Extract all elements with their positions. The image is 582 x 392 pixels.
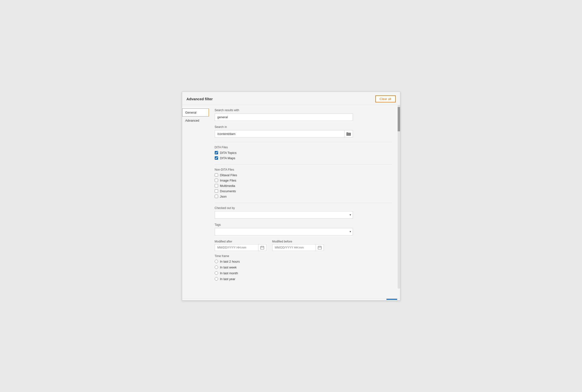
modified-after-field: Modified after	[215, 240, 266, 251]
checked-out-by-section: Checked out by ▾	[215, 206, 392, 219]
non-dita-files-section: Non-DITA Files Ditaval Files Image Files…	[215, 168, 392, 198]
documents-row: Documents	[215, 189, 392, 193]
modified-before-input-row	[272, 244, 324, 251]
dita-maps-label[interactable]: DITA Maps	[220, 156, 235, 160]
folder-browse-button[interactable]	[345, 130, 353, 138]
checked-out-by-label: Checked out by	[215, 206, 392, 210]
time-frame-week-row: In last week	[215, 266, 392, 269]
search-results-input[interactable]	[215, 113, 353, 121]
non-dita-files-label: Non-DITA Files	[215, 168, 392, 171]
ditaval-checkbox[interactable]	[215, 173, 218, 177]
time-frame-month-label[interactable]: In last month	[220, 271, 238, 275]
checked-out-by-wrapper: ▾	[215, 211, 353, 219]
date-range-row: Modified after	[215, 240, 392, 251]
modified-before-input[interactable]	[272, 244, 316, 251]
svg-rect-3	[347, 133, 351, 136]
sidebar-item-advanced[interactable]: Advanced	[182, 116, 209, 124]
dialog-title: Advanced filter	[187, 97, 213, 101]
bottom-bar	[182, 298, 400, 300]
time-frame-week-radio[interactable]	[215, 266, 218, 269]
dita-files-section: DITA Files DITA Topics DITA Maps	[215, 146, 392, 160]
time-frame-2hours-label[interactable]: In last 2 hours	[220, 260, 240, 263]
tags-label: Tags	[215, 223, 392, 226]
documents-label[interactable]: Documents	[220, 189, 236, 193]
checked-out-by-select[interactable]	[215, 211, 353, 219]
dita-files-label: DITA Files	[215, 146, 392, 149]
json-checkbox[interactable]	[215, 195, 218, 198]
time-frame-2hours-row: In last 2 hours	[215, 260, 392, 263]
modified-before-calendar-button[interactable]	[316, 244, 324, 251]
search-in-section: Search in	[215, 125, 392, 138]
svg-rect-8	[318, 246, 321, 249]
modified-after-input[interactable]	[215, 244, 258, 251]
folder-icon	[346, 132, 351, 136]
dita-topics-checkbox[interactable]	[215, 151, 218, 154]
time-frame-year-label[interactable]: In last year	[220, 277, 236, 281]
documents-checkbox[interactable]	[215, 189, 218, 193]
content-area: Search results with Search in	[209, 105, 400, 288]
multimedia-row: Multimedia	[215, 184, 392, 188]
modified-after-calendar-button[interactable]	[258, 244, 266, 251]
advanced-filter-dialog: Advanced filter Clear all General Advanc…	[182, 92, 400, 300]
image-files-checkbox[interactable]	[215, 179, 218, 182]
time-frame-year-radio[interactable]	[215, 277, 218, 280]
json-row: Json	[215, 195, 392, 198]
image-files-row: Image Files	[215, 179, 392, 182]
ditaval-label[interactable]: Ditaval Files	[220, 173, 237, 177]
tags-wrapper: ▾	[215, 228, 353, 236]
tags-section: Tags ▾	[215, 223, 392, 236]
dita-maps-row: DITA Maps	[215, 156, 392, 160]
multimedia-checkbox[interactable]	[215, 184, 218, 188]
time-frame-label: Time frame	[215, 254, 392, 258]
dialog-body: General Advanced Search results with Sea…	[182, 105, 400, 288]
dita-topics-row: DITA Topics	[215, 151, 392, 154]
modified-after-input-row	[215, 244, 266, 251]
bottom-indicator	[387, 299, 397, 300]
svg-rect-4	[261, 246, 264, 249]
search-results-section: Search results with	[215, 108, 392, 121]
search-results-label: Search results with	[215, 108, 392, 112]
time-frame-week-label[interactable]: In last week	[220, 266, 237, 269]
dita-topics-label[interactable]: DITA Topics	[220, 151, 237, 154]
scrollbar-track	[398, 105, 400, 288]
time-frame-section: Time frame In last 2 hours In last week …	[215, 254, 392, 281]
modified-after-label: Modified after	[215, 240, 266, 243]
calendar-icon-2	[318, 246, 322, 250]
image-files-label[interactable]: Image Files	[220, 179, 236, 182]
time-frame-2hours-radio[interactable]	[215, 260, 218, 263]
modified-before-field: Modified before	[272, 240, 324, 251]
time-frame-month-row: In last month	[215, 271, 392, 275]
clear-all-button[interactable]: Clear all	[375, 96, 396, 102]
ditaval-row: Ditaval Files	[215, 173, 392, 177]
tags-select[interactable]	[215, 228, 353, 236]
sidebar: General Advanced	[182, 105, 209, 288]
modified-before-label: Modified before	[272, 240, 324, 243]
multimedia-label[interactable]: Multimedia	[220, 184, 235, 188]
time-frame-month-radio[interactable]	[215, 271, 218, 275]
dialog-header: Advanced filter Clear all	[182, 92, 400, 105]
search-in-label: Search in	[215, 125, 392, 129]
time-frame-year-row: In last year	[215, 277, 392, 281]
calendar-icon	[260, 246, 264, 250]
scrollbar-thumb[interactable]	[398, 107, 400, 131]
search-in-input[interactable]	[215, 130, 345, 138]
dita-maps-checkbox[interactable]	[215, 156, 218, 160]
sidebar-item-general[interactable]: General	[182, 108, 209, 116]
search-in-row	[215, 130, 353, 138]
json-label[interactable]: Json	[220, 195, 227, 198]
